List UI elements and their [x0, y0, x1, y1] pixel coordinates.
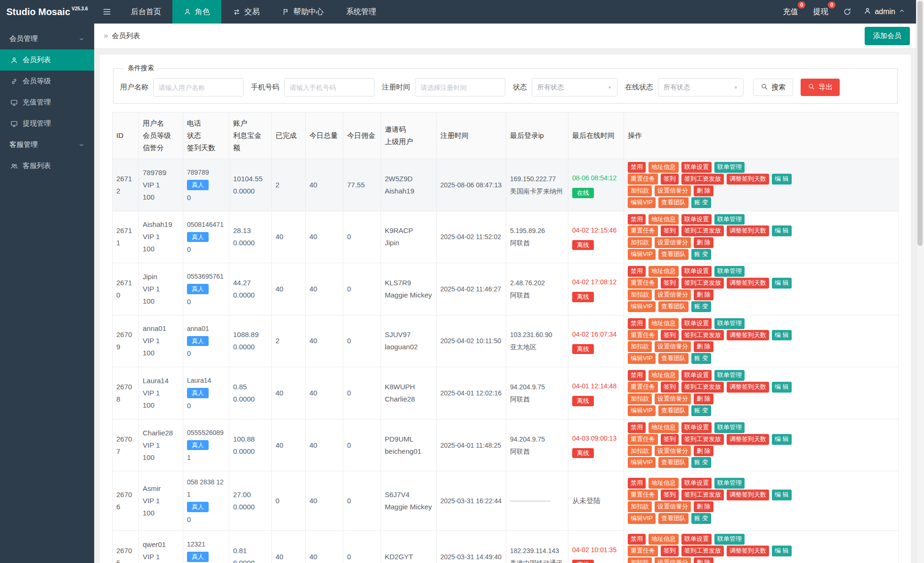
action-sign-salary-button[interactable]: 签到工资发放 — [681, 382, 724, 393]
action-set-credit-button[interactable]: 设置信誉分 — [655, 290, 691, 300]
action-reset-task-button[interactable]: 重置任务 — [628, 434, 658, 445]
action-disable-button[interactable]: 禁用 — [628, 370, 646, 381]
nav-item-roles[interactable]: 角色 — [172, 0, 221, 24]
action-reset-task-button[interactable]: 重置任务 — [628, 382, 658, 393]
action-add-deduct-button[interactable]: 加扣款 — [628, 501, 652, 512]
action-address-info-button[interactable]: 地址信息 — [648, 422, 679, 433]
action-order-management-button[interactable]: 联单管理 — [714, 318, 745, 329]
action-set-credit-button[interactable]: 设置信誉分 — [655, 237, 691, 248]
page-scrollbar[interactable] — [916, 0, 924, 563]
export-button[interactable]: 导出 — [801, 79, 840, 96]
refresh-button[interactable] — [837, 5, 857, 19]
action-order-management-button[interactable]: 联单管理 — [714, 534, 745, 545]
sidebar-group-service-management[interactable]: 客服管理 — [0, 134, 94, 155]
action-delete-button[interactable]: 删 除 — [694, 394, 713, 404]
action-view-team-button[interactable]: 查看团队 — [658, 513, 689, 524]
action-adjust-sign-days-button[interactable]: 调整签到天数 — [727, 490, 769, 500]
action-reset-task-button[interactable]: 重置任务 — [628, 174, 658, 185]
action-edit-button[interactable]: 编 辑 — [772, 225, 792, 236]
action-sign-salary-button[interactable]: 签到工资发放 — [681, 225, 724, 236]
action-set-credit-button[interactable]: 设置信誉分 — [655, 557, 691, 563]
search-button[interactable]: 搜索 — [753, 79, 793, 96]
nav-item-help-center[interactable]: 帮助中心 — [271, 0, 335, 24]
action-edit-vip-button[interactable]: 编辑VIP — [628, 353, 656, 364]
action-balance-change-button[interactable]: 账 变 — [691, 249, 711, 260]
action-balance-change-button[interactable]: 账 变 — [691, 513, 711, 524]
action-address-info-button[interactable]: 地址信息 — [648, 214, 679, 225]
action-order-management-button[interactable]: 联单管理 — [714, 370, 745, 381]
action-balance-change-button[interactable]: 账 变 — [691, 301, 711, 312]
action-sign-in-button[interactable]: 签到 — [661, 382, 679, 393]
action-reset-task-button[interactable]: 重置任务 — [628, 278, 658, 289]
action-adjust-sign-days-button[interactable]: 调整签到天数 — [727, 330, 769, 341]
action-sign-salary-button[interactable]: 签到工资发放 — [681, 330, 724, 341]
action-address-info-button[interactable]: 地址信息 — [648, 318, 679, 329]
action-add-deduct-button[interactable]: 加扣款 — [628, 290, 652, 300]
action-delete-button[interactable]: 删 除 — [694, 237, 713, 248]
action-view-team-button[interactable]: 查看团队 — [658, 405, 689, 416]
action-reset-task-button[interactable]: 重置任务 — [628, 490, 658, 500]
action-order-settings-button[interactable]: 联单设置 — [681, 266, 712, 277]
action-address-info-button[interactable]: 地址信息 — [648, 162, 679, 173]
action-order-settings-button[interactable]: 联单设置 — [681, 370, 712, 381]
action-add-deduct-button[interactable]: 加扣款 — [628, 557, 652, 563]
action-view-team-button[interactable]: 查看团队 — [658, 197, 689, 208]
action-view-team-button[interactable]: 查看团队 — [658, 249, 689, 260]
action-adjust-sign-days-button[interactable]: 调整签到天数 — [727, 225, 769, 236]
action-set-credit-button[interactable]: 设置信誉分 — [655, 185, 691, 196]
action-edit-button[interactable]: 编 辑 — [772, 330, 792, 341]
sidebar-item-member-list[interactable]: 会员列表 — [0, 49, 94, 71]
sidebar-group-member-management[interactable]: 会员管理 — [0, 28, 94, 49]
sidebar-item-withdraw-management[interactable]: 提现管理 — [0, 113, 94, 134]
sidebar-item-recharge-management[interactable]: 充值管理 — [0, 92, 94, 113]
action-reset-task-button[interactable]: 重置任务 — [628, 225, 658, 236]
recharge-link[interactable]: 充值 0 — [777, 4, 805, 20]
action-balance-change-button[interactable]: 账 变 — [691, 197, 711, 208]
phone-input[interactable] — [284, 78, 374, 97]
action-sign-in-button[interactable]: 签到 — [661, 174, 679, 185]
action-order-management-button[interactable]: 联单管理 — [714, 422, 745, 433]
action-sign-salary-button[interactable]: 签到工资发放 — [681, 174, 724, 185]
scrollbar-thumb[interactable] — [917, 1, 923, 246]
action-sign-salary-button[interactable]: 签到工资发放 — [681, 546, 724, 556]
sidebar-toggle-button[interactable] — [94, 0, 120, 24]
action-address-info-button[interactable]: 地址信息 — [648, 370, 679, 381]
sidebar-item-member-level[interactable]: 会员等级 — [0, 71, 94, 92]
action-sign-in-button[interactable]: 签到 — [661, 278, 679, 289]
action-order-settings-button[interactable]: 联单设置 — [681, 534, 712, 545]
action-set-credit-button[interactable]: 设置信誉分 — [655, 446, 691, 457]
action-edit-button[interactable]: 编 辑 — [772, 382, 792, 393]
sidebar-item-service-list[interactable]: 客服列表 — [0, 155, 94, 177]
action-disable-button[interactable]: 禁用 — [628, 534, 646, 545]
user-menu[interactable]: admin — [859, 4, 910, 19]
action-add-deduct-button[interactable]: 加扣款 — [628, 185, 652, 196]
action-sign-salary-button[interactable]: 签到工资发放 — [681, 278, 724, 289]
action-sign-salary-button[interactable]: 签到工资发放 — [681, 490, 724, 500]
action-set-credit-button[interactable]: 设置信誉分 — [655, 341, 691, 352]
action-order-management-button[interactable]: 联单管理 — [714, 214, 745, 225]
action-order-settings-button[interactable]: 联单设置 — [681, 478, 712, 489]
action-disable-button[interactable]: 禁用 — [628, 162, 646, 173]
action-disable-button[interactable]: 禁用 — [628, 214, 646, 225]
action-balance-change-button[interactable]: 账 变 — [691, 405, 711, 416]
action-add-deduct-button[interactable]: 加扣款 — [628, 446, 652, 457]
action-address-info-button[interactable]: 地址信息 — [648, 534, 679, 545]
action-edit-button[interactable]: 编 辑 — [772, 490, 792, 500]
action-disable-button[interactable]: 禁用 — [628, 266, 646, 277]
add-member-button[interactable]: 添加会员 — [865, 27, 910, 45]
action-order-management-button[interactable]: 联单管理 — [714, 478, 745, 489]
action-sign-in-button[interactable]: 签到 — [661, 225, 679, 236]
action-balance-change-button[interactable]: 账 变 — [691, 353, 711, 364]
action-set-credit-button[interactable]: 设置信誉分 — [655, 501, 691, 512]
action-adjust-sign-days-button[interactable]: 调整签到天数 — [727, 546, 769, 556]
action-view-team-button[interactable]: 查看团队 — [658, 353, 689, 364]
action-sign-in-button[interactable]: 签到 — [661, 330, 679, 341]
action-adjust-sign-days-button[interactable]: 调整签到天数 — [727, 382, 769, 393]
action-address-info-button[interactable]: 地址信息 — [648, 266, 679, 277]
action-reset-task-button[interactable]: 重置任务 — [628, 546, 658, 556]
nav-item-dashboard[interactable]: 后台首页 — [120, 0, 172, 24]
action-balance-change-button[interactable]: 账 变 — [691, 457, 711, 468]
action-order-settings-button[interactable]: 联单设置 — [681, 214, 712, 225]
action-edit-vip-button[interactable]: 编辑VIP — [628, 405, 656, 416]
action-disable-button[interactable]: 禁用 — [628, 318, 646, 329]
